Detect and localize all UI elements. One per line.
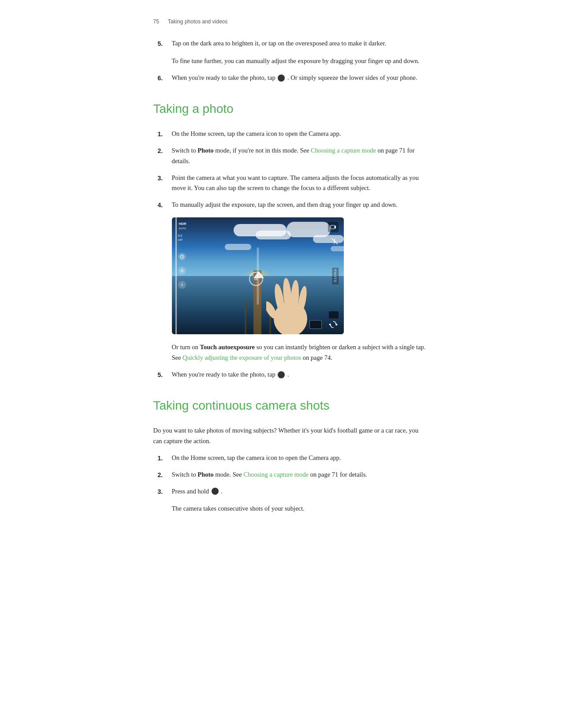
svg-line-8	[331, 238, 338, 244]
hand-overlay	[266, 277, 315, 334]
step-1-num: 1.	[158, 129, 170, 139]
shutter-icon-step5	[278, 371, 285, 378]
camera-ui-overlay: HDRAUTO 4:324P	[172, 217, 344, 334]
continuous-step-1-num: 1.	[158, 453, 170, 463]
step-text: Tap on the dark area to brighten it, or …	[172, 38, 387, 49]
cam-rotate-icon	[329, 320, 339, 330]
continuous-step-3-text: Press and hold .	[172, 486, 223, 497]
step-item: 5. Tap on the dark area to brighten it, …	[153, 38, 427, 49]
previous-section-steps: 5. Tap on the dark area to brighten it, …	[153, 38, 427, 49]
page-number: 75	[153, 18, 159, 26]
step-1-text: On the Home screen, tap the camera icon …	[172, 129, 341, 139]
step-6-text: When you're ready to take the photo, tap…	[172, 73, 417, 83]
page-container: 75 Taking photos and videos 5. Tap on th…	[109, 0, 453, 556]
svg-marker-11	[329, 323, 331, 326]
step-item-4: 4. To manually adjust the exposure, tap …	[153, 200, 427, 210]
continuous-step-3-num: 3.	[158, 487, 170, 497]
step-3-num: 3.	[158, 173, 170, 183]
step-3-text: Point the camera at what you want to cap…	[172, 173, 427, 194]
continuous-step-3: 3. Press and hold .	[153, 486, 427, 497]
step-4-num: 4.	[158, 200, 170, 210]
camera-screenshot: HDRAUTO 4:324P	[172, 217, 344, 334]
cam-ratio-label: 4:324P	[178, 234, 183, 242]
cam-flash-icon	[178, 281, 186, 289]
continuous-shots-title: Taking continuous camera shots	[153, 396, 427, 416]
step-6-number: 6.	[158, 73, 170, 83]
step-5-text: When you're ready to take the photo, tap…	[172, 370, 289, 380]
taking-photo-steps: 1. On the Home screen, tap the camera ic…	[153, 129, 427, 211]
cam-photo-label: PHOTO	[332, 268, 339, 284]
continuous-step-3-note: The camera takes consecutive shots of yo…	[172, 504, 427, 514]
continuous-step-2-text: Switch to Photo mode. See Choosing a cap…	[172, 470, 367, 480]
step-number: 5.	[158, 39, 170, 49]
continuous-step-2: 2. Switch to Photo mode. See Choosing a …	[153, 470, 427, 480]
choosing-capture-mode-link[interactable]: Choosing a capture mode	[311, 147, 376, 154]
step-item-2: 2. Switch to Photo mode, if you're not i…	[153, 146, 427, 167]
svg-rect-6	[331, 225, 335, 229]
shutter-icon-step3-continuous	[212, 488, 219, 495]
after-image-note: Or turn on Touch autoexposure so you can…	[172, 342, 427, 363]
step-5-item: 5. When you're ready to take the photo, …	[153, 370, 427, 380]
continuous-capture-mode-link[interactable]: Choosing a capture mode	[243, 471, 309, 478]
cam-left-icons	[178, 253, 186, 289]
page-header: 75 Taking photos and videos	[153, 18, 427, 26]
svg-marker-10	[336, 323, 338, 326]
step-2-text: Switch to Photo mode, if you're not in t…	[172, 146, 427, 167]
cam-timer-icon	[178, 253, 186, 261]
step-item-3: 3. Point the camera at what you want to …	[153, 173, 427, 194]
quickly-adjusting-link[interactable]: Quickly adjusting the exposure of your p…	[182, 354, 301, 361]
cam-left-bar	[175, 217, 177, 334]
cam-top-right-icon	[328, 222, 339, 232]
continuous-step-2-num: 2.	[158, 470, 170, 480]
cam-hdr-label: HDRAUTO	[179, 222, 186, 230]
svg-point-4	[180, 269, 184, 273]
camera-shutter-icon	[278, 75, 285, 82]
svg-line-2	[182, 257, 183, 257]
cam-video-mode-icon	[329, 311, 339, 318]
continuous-step-1-text: On the Home screen, tap the camera icon …	[172, 453, 341, 463]
step-6-list: 6. When you're ready to take the photo, …	[153, 73, 427, 83]
taking-photo-step-5: 5. When you're ready to take the photo, …	[153, 370, 427, 380]
header-title: Taking photos and videos	[168, 18, 227, 26]
continuous-steps: 1. On the Home screen, tap the camera ic…	[153, 453, 427, 497]
svg-point-3	[181, 270, 183, 272]
cam-settings-icon	[178, 267, 186, 275]
continuous-intro: Do you want to take photos of moving sub…	[153, 426, 427, 447]
camera-screenshot-container: HDRAUTO 4:324P	[172, 217, 427, 334]
taking-photo-title: Taking a photo	[153, 99, 427, 119]
svg-marker-5	[181, 283, 183, 287]
step-5-note: To fine tune further, you can manually a…	[172, 56, 427, 67]
step-item-1: 1. On the Home screen, tap the camera ic…	[153, 129, 427, 139]
step-2-num: 2.	[158, 146, 170, 156]
cam-no-flash-icon	[331, 237, 339, 248]
zoom-circle: 1x	[249, 272, 263, 286]
step-6-item: 6. When you're ready to take the photo, …	[153, 73, 427, 83]
continuous-step-1: 1. On the Home screen, tap the camera ic…	[153, 453, 427, 463]
step-4-text: To manually adjust the exposure, tap the…	[172, 200, 398, 210]
step-5-num: 5.	[158, 370, 170, 380]
